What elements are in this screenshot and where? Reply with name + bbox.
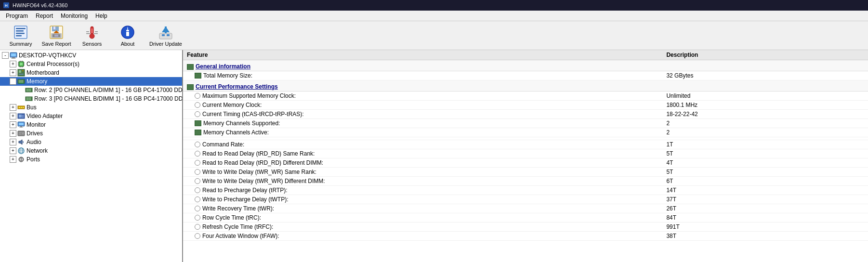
expand-cpu[interactable]: + xyxy=(10,61,16,67)
title-bar: H HWiNFO64 v6.42-4360 xyxy=(0,0,868,11)
main-content: - DESKTOP-VQTHKCV + xyxy=(0,50,868,262)
menu-monitoring[interactable]: Monitoring xyxy=(57,12,92,20)
svg-rect-31 xyxy=(12,57,15,58)
menu-help[interactable]: Help xyxy=(92,12,111,20)
tree-node-ports[interactable]: + Ports xyxy=(0,155,182,164)
tree-node-memory[interactable]: - Memory xyxy=(0,77,182,86)
expand-video[interactable]: + xyxy=(10,113,16,119)
dimm-icon-2 xyxy=(25,95,33,103)
expand-audio[interactable]: + xyxy=(10,139,16,145)
network-icon xyxy=(17,147,25,155)
tree-node-bus[interactable]: + Bus xyxy=(0,103,182,112)
svg-rect-49 xyxy=(19,80,20,83)
tree-node-row2-label: Row: 2 [P0 CHANNEL A/DIMM 1] - 16 GB PC4… xyxy=(34,87,183,93)
tree-node-row2[interactable]: Row: 2 [P0 CHANNEL A/DIMM 1] - 16 GB PC4… xyxy=(0,86,182,94)
section-title-section-perf: Current Performance Settings xyxy=(183,80,868,92)
btn-summary[interactable]: Summary xyxy=(4,23,38,48)
bus-icon xyxy=(17,104,25,111)
svg-rect-47 xyxy=(19,74,24,75)
circle-icon xyxy=(195,169,200,175)
feature-cell-row-cmd-rate: Command Rate: xyxy=(183,140,662,149)
feature-cell-row-ch-supported: Memory Channels Supported: xyxy=(183,119,662,128)
description-cell-row-total-memory: 32 GBytes xyxy=(662,71,868,80)
expand-network[interactable]: + xyxy=(10,147,16,154)
tree-node-network[interactable]: + Network xyxy=(0,146,182,155)
expand-memory[interactable]: - xyxy=(10,78,16,85)
description-cell-row-trtp: 14T xyxy=(662,186,868,195)
table-row: Write to Write Delay (tWR_WR) Different … xyxy=(183,177,868,186)
svg-rect-52 xyxy=(23,80,24,83)
description-cell-row-tfaw: 38T xyxy=(662,232,868,241)
svg-rect-55 xyxy=(26,89,27,92)
svg-point-88 xyxy=(19,157,24,162)
svg-rect-58 xyxy=(30,89,31,92)
menu-report[interactable]: Report xyxy=(32,12,57,20)
svg-rect-53 xyxy=(18,83,24,84)
table-row: Read to Precharge Delay (tRTP):14T xyxy=(183,186,868,195)
svg-rect-28 xyxy=(162,34,165,36)
tree-node-audio[interactable]: + Audio xyxy=(0,138,182,146)
svg-point-15 xyxy=(90,34,94,39)
expand-mb[interactable]: + xyxy=(10,69,16,76)
expand-monitor[interactable]: + xyxy=(10,121,16,128)
table-row: Memory Channels Active:2 xyxy=(183,128,868,137)
menu-bar: Program Report Monitoring Help xyxy=(0,11,868,21)
feature-cell-row-trd-rd-diff: Read to Read Delay (tRD_RD) Different DI… xyxy=(183,158,662,168)
table-row: Row Cycle Time (tRC):84T xyxy=(183,213,868,223)
summary-icon xyxy=(13,25,28,40)
tree-node-monitor[interactable]: + Monitor xyxy=(0,120,182,129)
svg-rect-75 xyxy=(20,126,22,127)
monitor-icon xyxy=(17,121,25,129)
circle-icon xyxy=(195,111,200,117)
circle-icon xyxy=(195,206,200,211)
feature-label: Memory Channels Supported: xyxy=(203,120,280,127)
feature-cell-row-twr-wr-same: Write to Write Delay (tWR_WR) Same Rank: xyxy=(183,168,662,177)
feature-label: Write to Write Delay (tWR_WR) Same Rank: xyxy=(202,169,316,175)
circle-icon xyxy=(195,215,200,221)
menu-program[interactable]: Program xyxy=(2,12,32,20)
tree-node-root[interactable]: - DESKTOP-VQTHKCV xyxy=(0,51,182,60)
description-cell-row-trd-rd-same: 5T xyxy=(662,149,868,158)
btn-about[interactable]: i About xyxy=(111,23,145,48)
tree-node-drives[interactable]: + Drives xyxy=(0,129,182,138)
feature-label: Maximum Supported Memory Clock: xyxy=(202,92,296,99)
tree-node-bus-label: Bus xyxy=(26,104,37,111)
svg-rect-29 xyxy=(167,34,170,36)
svg-rect-74 xyxy=(19,123,24,125)
svg-rect-16 xyxy=(92,28,92,33)
circle-icon xyxy=(195,151,200,157)
feature-label: Current Memory Clock: xyxy=(202,102,262,108)
btn-driver-update[interactable]: Driver Update xyxy=(146,23,185,48)
btn-sensors[interactable]: Sensors xyxy=(75,23,109,48)
description-cell-row-trc: 84T xyxy=(662,213,868,223)
svg-rect-50 xyxy=(20,80,21,83)
table-row: Write Recovery Time (tWR):26T xyxy=(183,204,868,213)
save-report-icon xyxy=(49,25,64,40)
svg-rect-9 xyxy=(53,26,55,29)
svg-rect-72 xyxy=(22,117,24,118)
feature-label: Refresh Cycle Time (tRFC): xyxy=(202,223,273,230)
expand-bus[interactable]: + xyxy=(10,104,16,111)
tree-node-root-label: DESKTOP-VQTHKCV xyxy=(19,52,76,59)
section-label-section-general: General information xyxy=(196,63,250,70)
feature-label: Four Activate Window (tFAW): xyxy=(202,233,279,239)
description-cell-row-twr-wr-same: 5T xyxy=(662,168,868,177)
svg-rect-19 xyxy=(95,31,98,32)
audio-icon xyxy=(17,138,25,146)
description-cell-row-twr: 26T xyxy=(662,204,868,213)
tree-node-cpu[interactable]: + Central Processor(s) xyxy=(0,60,182,68)
tree-node-motherboard[interactable]: + Motherboard xyxy=(0,68,182,77)
svg-rect-36 xyxy=(18,63,19,64)
btn-save-report[interactable]: Save Report xyxy=(39,23,73,48)
drives-icon xyxy=(17,130,25,137)
expand-ports[interactable]: + xyxy=(10,156,16,163)
green-box-icon xyxy=(195,73,201,79)
circle-icon xyxy=(195,142,200,147)
expand-drives[interactable]: + xyxy=(10,130,16,137)
expand-root[interactable]: - xyxy=(2,52,9,59)
section-icon-section-general xyxy=(187,64,194,70)
svg-marker-82 xyxy=(19,140,22,144)
circle-icon xyxy=(195,224,200,230)
tree-node-video[interactable]: + Video Adapter xyxy=(0,112,182,120)
tree-node-row3[interactable]: Row: 3 [P0 CHANNEL B/DIMM 1] - 16 GB PC4… xyxy=(0,94,182,103)
